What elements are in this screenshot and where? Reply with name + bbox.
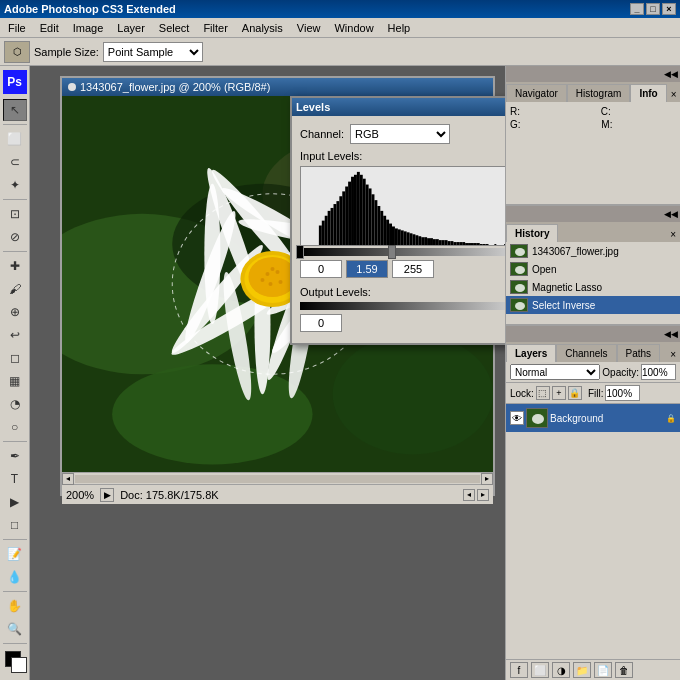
input-slider-container (300, 248, 505, 256)
output-slider-track[interactable] (300, 302, 505, 310)
tab-histogram[interactable]: Histogram (567, 84, 631, 102)
tool-history-brush[interactable]: ↩ (3, 324, 27, 346)
scroll-track-h[interactable] (75, 475, 480, 483)
tab-layers[interactable]: Layers (506, 344, 556, 362)
tool-notes[interactable]: 📝 (3, 543, 27, 565)
layer-mask-btn[interactable]: ⬜ (531, 662, 549, 678)
layer-new-btn[interactable]: 📄 (594, 662, 612, 678)
blend-mode-select[interactable]: Normal (510, 364, 600, 380)
tool-eyedropper[interactable]: 💧 (3, 566, 27, 588)
lock-position-btn[interactable]: + (552, 386, 566, 400)
scrollbar-controls[interactable]: ◂ ▸ (463, 489, 489, 501)
fill-label: Fill: (588, 388, 604, 399)
tool-marquee[interactable]: ⬜ (3, 128, 27, 150)
tool-slice[interactable]: ⊘ (3, 226, 27, 248)
tool-clone[interactable]: ⊕ (3, 301, 27, 323)
levels-main: Channel: RGB Red Green Blue Input Levels… (300, 124, 505, 335)
scroll-right-doc[interactable]: ▸ (477, 489, 489, 501)
info-panel-content: R: C: G: M: (506, 102, 680, 136)
tool-magic-wand[interactable]: ✦ (3, 174, 27, 196)
tool-dodge[interactable]: ○ (3, 416, 27, 438)
white-point-input[interactable] (392, 260, 434, 278)
tab-history[interactable]: History (506, 224, 558, 242)
tab-navigator[interactable]: Navigator (506, 84, 567, 102)
tab-info[interactable]: Info (630, 84, 666, 102)
tool-crop[interactable]: ⊡ (3, 203, 27, 225)
layer-visibility-eye[interactable]: 👁 (510, 411, 524, 425)
tab-paths[interactable]: Paths (617, 344, 661, 362)
layers-close-btn[interactable]: × (666, 347, 680, 362)
window-controls[interactable]: _ □ × (630, 3, 676, 15)
black-point-input[interactable] (300, 260, 342, 278)
input-slider-track[interactable] (300, 248, 505, 256)
minimize-button[interactable]: _ (630, 3, 644, 15)
svg-point-27 (279, 280, 283, 284)
history-panel-tabs: History × (506, 222, 680, 242)
menu-help[interactable]: Help (382, 20, 417, 36)
svg-rect-90 (494, 244, 496, 245)
panel-collapse-btn[interactable]: ◀◀ (664, 69, 678, 79)
svg-rect-91 (504, 244, 505, 245)
history-item-3[interactable]: Select Inverse (506, 296, 680, 314)
history-collapse-btn[interactable]: ◀◀ (664, 209, 678, 219)
lock-all-btn[interactable]: 🔒 (568, 386, 582, 400)
layer-adj-btn[interactable]: ◑ (552, 662, 570, 678)
layer-background[interactable]: 👁 Background 🔒 (506, 404, 680, 432)
svg-rect-81 (462, 242, 465, 245)
tool-pen[interactable]: ✒ (3, 445, 27, 467)
channel-select[interactable]: RGB Red Green Blue (350, 124, 450, 144)
sample-size-select[interactable]: Point Sample (103, 42, 203, 62)
tool-eraser[interactable]: ◻ (3, 347, 27, 369)
tool-lasso[interactable]: ⊂ (3, 151, 27, 173)
menu-image[interactable]: Image (67, 20, 110, 36)
tool-hand[interactable]: ✋ (3, 595, 27, 617)
zoom-indicator[interactable]: ▶ (100, 488, 114, 502)
output-black-input[interactable] (300, 314, 342, 332)
layers-collapse-btn[interactable]: ◀◀ (664, 329, 678, 339)
menu-edit[interactable]: Edit (34, 20, 65, 36)
menu-layer[interactable]: Layer (111, 20, 151, 36)
history-item-name-3: Select Inverse (532, 300, 595, 311)
opacity-input[interactable] (641, 364, 676, 380)
c-value (613, 106, 616, 117)
black-point-handle[interactable] (296, 245, 304, 259)
menu-select[interactable]: Select (153, 20, 196, 36)
scroll-right[interactable]: ▸ (481, 473, 493, 485)
midtone-input[interactable] (346, 260, 388, 278)
menu-window[interactable]: Window (328, 20, 379, 36)
history-item-1[interactable]: Open (506, 260, 680, 278)
scroll-left[interactable]: ◂ (62, 473, 74, 485)
tool-text[interactable]: T (3, 468, 27, 490)
scroll-left-doc[interactable]: ◂ (463, 489, 475, 501)
layer-fx-btn[interactable]: f (510, 662, 528, 678)
tool-options-icon[interactable]: ⬡ (4, 41, 30, 63)
tool-path-select[interactable]: ▶ (3, 491, 27, 513)
menu-file[interactable]: File (2, 20, 32, 36)
fill-input[interactable] (605, 385, 640, 401)
tool-blur[interactable]: ◔ (3, 393, 27, 415)
tool-shape[interactable]: □ (3, 514, 27, 536)
layer-delete-btn[interactable]: 🗑 (615, 662, 633, 678)
color-swatch[interactable] (3, 651, 27, 675)
tool-brush[interactable]: 🖌 (3, 278, 27, 300)
tool-gradient[interactable]: ▦ (3, 370, 27, 392)
input-levels-label: Input Levels: (300, 150, 505, 162)
history-close-btn[interactable]: × (666, 227, 680, 242)
maximize-button[interactable]: □ (646, 3, 660, 15)
menu-analysis[interactable]: Analysis (236, 20, 289, 36)
svg-point-102 (532, 414, 544, 424)
tool-zoom[interactable]: 🔍 (3, 618, 27, 640)
tool-move[interactable]: ↖ (3, 99, 27, 121)
horizontal-scrollbar[interactable]: ◂ ▸ (62, 472, 493, 484)
menu-filter[interactable]: Filter (197, 20, 233, 36)
panel-close-btn[interactable]: × (667, 87, 680, 102)
tool-healing[interactable]: ✚ (3, 255, 27, 277)
history-item-0[interactable]: 1343067_flower.jpg (506, 242, 680, 260)
tab-channels[interactable]: Channels (556, 344, 616, 362)
menu-view[interactable]: View (291, 20, 327, 36)
close-button[interactable]: × (662, 3, 676, 15)
layer-group-btn[interactable]: 📁 (573, 662, 591, 678)
lock-pixels-btn[interactable]: ⬚ (536, 386, 550, 400)
history-item-2[interactable]: Magnetic Lasso (506, 278, 680, 296)
midtone-handle[interactable] (388, 245, 396, 259)
